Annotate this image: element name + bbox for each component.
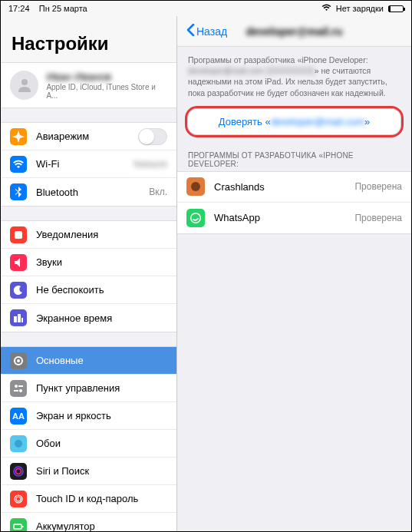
svg-point-38 bbox=[192, 213, 200, 222]
bluetooth-icon bbox=[10, 183, 27, 200]
airplane-icon bbox=[10, 128, 27, 145]
chevron-left-icon bbox=[186, 24, 195, 38]
svg-point-35 bbox=[191, 182, 200, 191]
sidebar-item-battery[interactable]: Аккумулятор bbox=[1, 513, 176, 532]
sidebar-item-display[interactable]: AA Экран и яркость bbox=[1, 402, 176, 430]
app-name: WhatsApp bbox=[214, 212, 260, 223]
svg-rect-9 bbox=[14, 316, 17, 322]
app-icon-whatsapp bbox=[186, 209, 205, 227]
settings-title: Настройки bbox=[1, 16, 176, 62]
apps-section-header: ПРОГРАММЫ ОТ РАЗРАБОТЧИКА «IPHONE DEVELO… bbox=[177, 137, 411, 171]
apps-list: Crashlands Проверена WhatsApp Проверена bbox=[177, 171, 411, 234]
app-icon-crashlands bbox=[186, 177, 205, 196]
sidebar-group-alerts: Уведомления Звуки Не беспокоить Экранное… bbox=[1, 220, 176, 332]
account-subtitle: Apple ID, iCloud, iTunes Store и A... bbox=[46, 83, 167, 100]
svg-text:AA: AA bbox=[12, 411, 25, 421]
touchid-icon bbox=[10, 491, 27, 507]
sidebar-item-airplane[interactable]: Авиарежим bbox=[1, 123, 176, 150]
svg-rect-11 bbox=[21, 318, 23, 322]
svg-point-14 bbox=[17, 359, 20, 362]
display-icon: AA bbox=[10, 408, 27, 425]
app-status: Проверена bbox=[354, 213, 402, 223]
settings-sidebar: Настройки Иван Иванов Apple ID, iCloud, … bbox=[1, 16, 177, 531]
siri-icon bbox=[10, 463, 27, 480]
app-name: Crashlands bbox=[214, 181, 265, 193]
dnd-icon bbox=[10, 282, 27, 299]
svg-rect-32 bbox=[22, 526, 24, 527]
svg-point-18 bbox=[19, 389, 22, 392]
app-row-crashlands[interactable]: Crashlands Проверена bbox=[177, 172, 411, 203]
sidebar-item-siri[interactable]: Siri и Поиск bbox=[1, 458, 176, 485]
sidebar-item-touchid[interactable]: Touch ID и код-пароль bbox=[1, 485, 176, 513]
row-label: Экранное время bbox=[36, 312, 112, 324]
wifi-icon bbox=[321, 4, 331, 13]
row-label: Уведомления bbox=[36, 229, 98, 240]
row-label: Wi-Fi bbox=[36, 158, 59, 170]
row-label: Звуки bbox=[36, 256, 62, 268]
status-date: Пн 25 марта bbox=[39, 4, 87, 13]
row-label: Экран и яркость bbox=[36, 410, 111, 421]
trust-developer-button[interactable]: Доверять «developer@mail.com» bbox=[185, 106, 404, 137]
row-label: Авиарежим bbox=[36, 131, 89, 142]
sounds-icon bbox=[10, 254, 27, 271]
sidebar-group-connectivity: Авиарежим Wi-Fi Network Bluetooth Вкл. bbox=[1, 122, 176, 207]
account-row[interactable]: Иван Иванов Apple ID, iCloud, iTunes Sto… bbox=[1, 62, 176, 108]
svg-point-16 bbox=[15, 385, 18, 388]
row-label: Siri и Поиск bbox=[36, 465, 89, 477]
developer-description: Программы от разработчика «iPhone Develo… bbox=[177, 47, 411, 101]
row-label: Не беспокоить bbox=[36, 284, 104, 296]
row-label: Обои bbox=[36, 438, 61, 449]
battery-settings-icon bbox=[10, 518, 27, 533]
sidebar-item-dnd[interactable]: Не беспокоить bbox=[1, 276, 176, 304]
row-label: Пункт управления bbox=[36, 382, 120, 394]
svg-rect-5 bbox=[15, 231, 22, 239]
general-icon bbox=[10, 352, 27, 369]
nav-bar: Назад developer@mail.ru bbox=[177, 16, 411, 47]
sidebar-item-general[interactable]: Основные bbox=[1, 347, 176, 375]
status-bar: 17:24 Пн 25 марта Нет зарядки bbox=[1, 1, 411, 16]
row-label: Основные bbox=[36, 355, 84, 366]
status-charge: Нет зарядки bbox=[336, 4, 384, 13]
row-label: Bluetooth bbox=[36, 187, 78, 198]
status-time: 17:24 bbox=[8, 4, 30, 13]
sidebar-item-sounds[interactable]: Звуки bbox=[1, 249, 176, 276]
svg-rect-24 bbox=[10, 463, 27, 480]
app-status: Проверена bbox=[354, 181, 402, 192]
back-button[interactable]: Назад bbox=[186, 24, 227, 38]
back-label: Назад bbox=[196, 25, 227, 38]
detail-pane: Назад developer@mail.ru Программы от раз… bbox=[177, 16, 411, 531]
screentime-icon bbox=[10, 309, 27, 326]
svg-rect-17 bbox=[18, 385, 23, 387]
bluetooth-value: Вкл. bbox=[149, 187, 167, 197]
sidebar-item-wallpaper[interactable]: Обои bbox=[1, 430, 176, 458]
avatar-icon bbox=[10, 71, 38, 100]
control-center-icon bbox=[10, 380, 27, 397]
svg-point-0 bbox=[21, 79, 28, 85]
svg-point-23 bbox=[15, 440, 22, 448]
wifi-settings-icon bbox=[10, 156, 27, 173]
battery-icon bbox=[388, 5, 404, 12]
sidebar-item-notifications[interactable]: Уведомления bbox=[1, 221, 176, 249]
sidebar-item-screentime[interactable]: Экранное время bbox=[1, 304, 176, 332]
app-row-whatsapp[interactable]: WhatsApp Проверена bbox=[177, 203, 411, 233]
notifications-icon bbox=[10, 226, 27, 243]
row-label: Touch ID и код-пароль bbox=[36, 493, 138, 504]
wifi-value: Network bbox=[133, 159, 167, 170]
svg-rect-30 bbox=[10, 518, 27, 533]
account-name: Иван Иванов bbox=[46, 71, 167, 83]
row-label: Аккумулятор bbox=[36, 520, 95, 532]
svg-rect-10 bbox=[18, 314, 21, 322]
svg-rect-2 bbox=[10, 156, 27, 173]
sidebar-item-wifi[interactable]: Wi-Fi Network bbox=[1, 150, 176, 178]
sidebar-item-control-center[interactable]: Пункт управления bbox=[1, 375, 176, 402]
airplane-toggle[interactable] bbox=[138, 128, 167, 145]
svg-rect-19 bbox=[14, 390, 18, 392]
svg-rect-27 bbox=[10, 491, 27, 507]
sidebar-item-bluetooth[interactable]: Bluetooth Вкл. bbox=[1, 178, 176, 206]
wallpaper-icon bbox=[10, 435, 27, 452]
svg-rect-15 bbox=[10, 380, 27, 397]
sidebar-group-system: Основные Пункт управления AA Экран и ярк… bbox=[1, 346, 176, 532]
